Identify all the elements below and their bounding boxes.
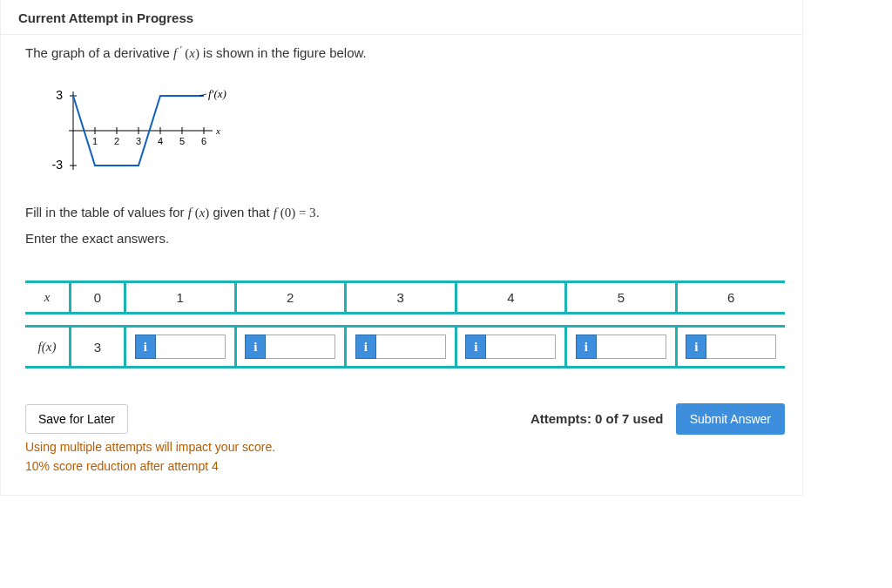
prompt-b: is shown in the figure below. — [199, 45, 367, 60]
instruction-a: Fill in the table of values for — [25, 205, 188, 220]
answer-input-3[interactable] — [376, 335, 446, 359]
x-col-4: 4 — [456, 282, 566, 314]
prompt-a: The graph of a derivative — [25, 45, 173, 60]
instruction-c: . — [316, 205, 320, 220]
info-icon[interactable]: i — [576, 335, 597, 359]
svg-text:2: 2 — [114, 136, 119, 146]
submit-answer-button[interactable]: Submit Answer — [676, 403, 785, 435]
answer-input-6[interactable] — [706, 335, 776, 359]
x-col-5: 5 — [566, 282, 677, 314]
f0-cell: 3 — [71, 327, 125, 368]
svg-text:6: 6 — [201, 136, 206, 146]
x-col-0: 0 — [71, 282, 125, 314]
info-icon[interactable]: i — [245, 335, 266, 359]
svg-text:f'(x): f'(x) — [208, 87, 226, 100]
x-col-2: 2 — [235, 282, 346, 314]
save-for-later-button[interactable]: Save for Later — [25, 404, 128, 434]
x-col-6: 6 — [676, 282, 785, 314]
row-label-x: x — [25, 282, 71, 314]
derivative-chart: 3 -3 1 2 3 4 5 6 x f'(x) — [38, 78, 247, 183]
answer-input-2[interactable] — [266, 335, 335, 359]
answer-input-1[interactable] — [156, 335, 226, 359]
attempts-text: Attempts: 0 of 7 used — [530, 411, 664, 426]
svg-text:4: 4 — [158, 136, 163, 146]
svg-text:3: 3 — [56, 88, 63, 102]
svg-text:x: x — [215, 125, 220, 136]
info-icon[interactable]: i — [686, 335, 706, 359]
row-label-fx: f(x) — [25, 327, 71, 368]
answer-input-4[interactable] — [486, 335, 556, 359]
instruction-exact: Enter the exact answers. — [25, 231, 785, 246]
warning-line-2: 10% score reduction after attempt 4 — [25, 459, 785, 473]
prompt-text: The graph of a derivative f ' (x) is sho… — [25, 44, 785, 61]
x-col-3: 3 — [346, 282, 456, 314]
svg-text:-3: -3 — [52, 158, 64, 172]
svg-text:5: 5 — [179, 136, 185, 146]
answer-table: x 0 1 2 3 4 5 6 f(x) 3 i — [25, 280, 785, 368]
section-title: Current Attempt in Progress — [1, 0, 802, 35]
info-icon[interactable]: i — [465, 335, 486, 359]
x-col-1: 1 — [125, 282, 236, 314]
answer-input-5[interactable] — [597, 335, 666, 359]
svg-text:3: 3 — [136, 136, 141, 146]
warning-line-1: Using multiple attempts will impact your… — [25, 440, 785, 454]
svg-text:1: 1 — [92, 136, 98, 146]
instruction-b: given that — [209, 205, 273, 220]
info-icon[interactable]: i — [355, 335, 376, 359]
info-icon[interactable]: i — [135, 335, 156, 359]
instruction: Fill in the table of values for f (x) gi… — [25, 205, 785, 220]
